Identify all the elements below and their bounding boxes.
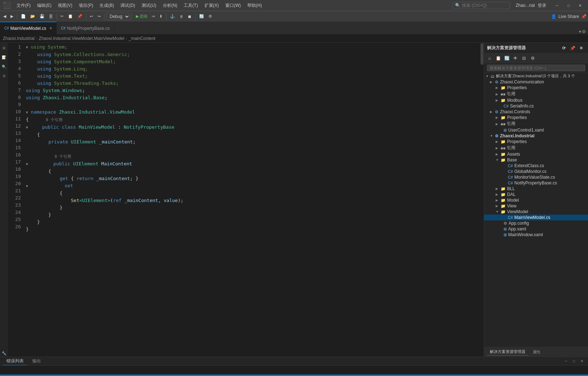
- tree-item-base[interactable]: ▼ 📁 Base: [484, 157, 588, 163]
- undo-button[interactable]: ↩: [88, 13, 95, 19]
- bottom-tab-errors[interactable]: 错误列表: [3, 357, 27, 365]
- sidebar-icon-4[interactable]: ⚙: [0, 72, 8, 79]
- tree-item-communication[interactable]: ▶ ⚙ Zhaoxi.Communication: [484, 79, 588, 85]
- fold-icon-1[interactable]: ▼: [26, 45, 28, 49]
- open-button[interactable]: 📂: [28, 13, 37, 19]
- se-properties-button[interactable]: 📋: [494, 54, 502, 62]
- tree-item-view[interactable]: ▶ 📁 View: [484, 203, 588, 209]
- tab-notify-propertybase[interactable]: C# NotifyPropertyBase.cs: [57, 22, 115, 34]
- bottom-tab-output[interactable]: 输出: [29, 357, 45, 365]
- step-over-button[interactable]: ⇒: [150, 13, 157, 19]
- menu-project[interactable]: 项目(P): [76, 2, 96, 9]
- back-button[interactable]: ◀: [1, 13, 8, 19]
- forward-button[interactable]: ▶: [9, 13, 15, 19]
- code-content[interactable]: ▼ using System; using System.Collections…: [23, 43, 480, 357]
- start-button[interactable]: ▶ 启动: [134, 13, 149, 20]
- sidebar-icon-1[interactable]: ⊞: [0, 44, 8, 51]
- solution-arrow[interactable]: ▼: [486, 74, 491, 78]
- tree-item-extendclass[interactable]: C# ExtendClass.cs: [484, 163, 588, 169]
- scrollbar-thumb[interactable]: [481, 43, 483, 65]
- fold-icon-12[interactable]: ▼: [26, 125, 28, 129]
- cut-button[interactable]: ✂: [59, 13, 65, 19]
- se-close-button[interactable]: ✕: [577, 44, 585, 52]
- breadcrumb-member[interactable]: _mainContent: [129, 36, 156, 41]
- title-search-input[interactable]: [462, 3, 505, 8]
- fold-icon-16[interactable]: ▼: [26, 162, 28, 166]
- sidebar-icon-3[interactable]: 🔍: [0, 63, 8, 70]
- attach-button[interactable]: ⚓: [168, 13, 177, 19]
- tree-item-appconfig[interactable]: ⚙ App.config: [484, 220, 588, 226]
- stop-button[interactable]: ⏹: [186, 14, 193, 19]
- se-bottom-tab-props[interactable]: 属性: [530, 349, 543, 356]
- tree-item-appxaml[interactable]: ⊞ App.xaml: [484, 226, 588, 232]
- sidebar-icon-5[interactable]: 🔧: [0, 349, 8, 357]
- tree-item-serialinfo[interactable]: C# SerialInfo.cs: [484, 103, 588, 109]
- tree-item-globalmonitor[interactable]: C# GlobalMonitor.cs: [484, 169, 588, 174]
- settings-button[interactable]: ⚙: [207, 13, 214, 19]
- title-search-box[interactable]: 🔍: [453, 2, 510, 9]
- se-filter-button[interactable]: ⚙: [529, 54, 537, 62]
- fold-icon-19[interactable]: ▼: [26, 184, 28, 188]
- menu-window[interactable]: 窗口(W): [222, 2, 244, 9]
- se-search-input[interactable]: [487, 65, 585, 71]
- menu-build[interactable]: 生成(B): [97, 2, 117, 9]
- menu-file[interactable]: 文件(F): [14, 2, 33, 9]
- se-home-button[interactable]: ⌂: [486, 54, 493, 62]
- tree-item-industrial[interactable]: ▼ ⚙ Zhaoxi.Industrial: [484, 133, 588, 139]
- tree-item-ind-ref[interactable]: ▶ ■■ 引用: [484, 145, 588, 151]
- paste-button[interactable]: 📌: [75, 13, 84, 19]
- tree-item-monitorstate[interactable]: C# MonitorValueState.cs: [484, 174, 588, 180]
- user-name[interactable]: Zhao...rial: [516, 3, 535, 8]
- menu-debug[interactable]: 调试(D): [118, 2, 138, 9]
- tree-item-comm-modbus[interactable]: ▶ 📁 Modbus: [484, 97, 588, 103]
- redo-button[interactable]: ↪: [96, 13, 102, 19]
- login-button[interactable]: 登录: [538, 3, 546, 9]
- save-all-button[interactable]: 🗄: [47, 14, 55, 19]
- bottom-maximize-button[interactable]: □: [571, 358, 577, 364]
- editor-scrollbar[interactable]: [480, 43, 484, 357]
- tree-item-usercontrol[interactable]: ⊞ UserControl1.xaml: [484, 127, 588, 133]
- pin-icon[interactable]: 📌: [581, 14, 587, 19]
- tree-item-comm-ref[interactable]: ▶ ■■ 引用: [484, 91, 588, 97]
- se-refresh-button[interactable]: 🔄: [503, 54, 511, 62]
- tree-item-viewmodel[interactable]: ▼ 📁 ViewModel: [484, 209, 588, 215]
- menu-edit[interactable]: 编辑(E): [34, 2, 54, 9]
- tree-item-notifybase[interactable]: C# NotifyPropertyBase.cs: [484, 180, 588, 186]
- bottom-close-button[interactable]: ✕: [579, 358, 585, 364]
- maximize-button[interactable]: □: [564, 2, 574, 9]
- bottom-minimize-button[interactable]: ─: [563, 358, 569, 364]
- breadcrumb-project[interactable]: Zhaoxi.Industrial: [3, 36, 35, 41]
- menu-analyze[interactable]: 分析(N): [160, 2, 180, 9]
- tree-item-bll[interactable]: ▶ 📁 BLL: [484, 186, 588, 192]
- tree-item-dal[interactable]: ▶ 📁 DAL: [484, 192, 588, 197]
- tree-item-ind-prop[interactable]: ▶ 📁 Properties: [484, 139, 588, 145]
- menu-view[interactable]: 视图(V): [55, 2, 75, 9]
- tab-main-viewmodel[interactable]: C# MainViewModel.cs ✕: [0, 22, 57, 34]
- tree-item-ctrl-properties[interactable]: ▶ 📁 Properties: [484, 115, 588, 120]
- se-sync-button[interactable]: ⟳: [560, 44, 568, 52]
- tree-item-mainwindow[interactable]: ⊞ MainWindow.xaml: [484, 232, 588, 238]
- minimize-button[interactable]: ─: [552, 2, 562, 9]
- sidebar-icon-2[interactable]: 📝: [0, 54, 8, 61]
- menu-help[interactable]: 帮助(H): [244, 2, 265, 9]
- tree-item-model[interactable]: ▶ 📁 Model: [484, 197, 588, 203]
- tree-item-mainviewmodel[interactable]: C# MainViewModel.cs: [484, 215, 588, 220]
- tree-item-comm-properties[interactable]: ▶ 📁 Properties: [484, 85, 588, 91]
- new-file-button[interactable]: 📄: [19, 13, 28, 19]
- menu-test[interactable]: 测试(U): [139, 2, 159, 9]
- se-bottom-tab-solution[interactable]: 解决方案资源管理器: [487, 348, 528, 356]
- live-share-label[interactable]: Live Share: [559, 14, 579, 19]
- menu-extensions[interactable]: 扩展(X): [202, 2, 222, 9]
- tab-settings-icon[interactable]: ⚙: [582, 29, 586, 34]
- debug-config-select[interactable]: Debug: [106, 13, 130, 20]
- se-show-all-button[interactable]: 👁: [511, 54, 519, 62]
- se-pin-button[interactable]: 📌: [569, 44, 576, 52]
- fold-icon-10[interactable]: ▼: [26, 110, 28, 114]
- copy-button[interactable]: 📋: [66, 13, 75, 19]
- pause-button[interactable]: ⏸: [178, 14, 185, 19]
- save-button[interactable]: 💾: [38, 13, 46, 19]
- restart-button[interactable]: 🔄: [197, 13, 206, 19]
- breadcrumb-namespace[interactable]: Zhaoxi.Industrial.ViewModel.MainViewMode…: [39, 36, 124, 41]
- tree-item-assets[interactable]: ▶ 📁 Assets: [484, 151, 588, 157]
- step-in-button[interactable]: ⬇: [157, 13, 164, 19]
